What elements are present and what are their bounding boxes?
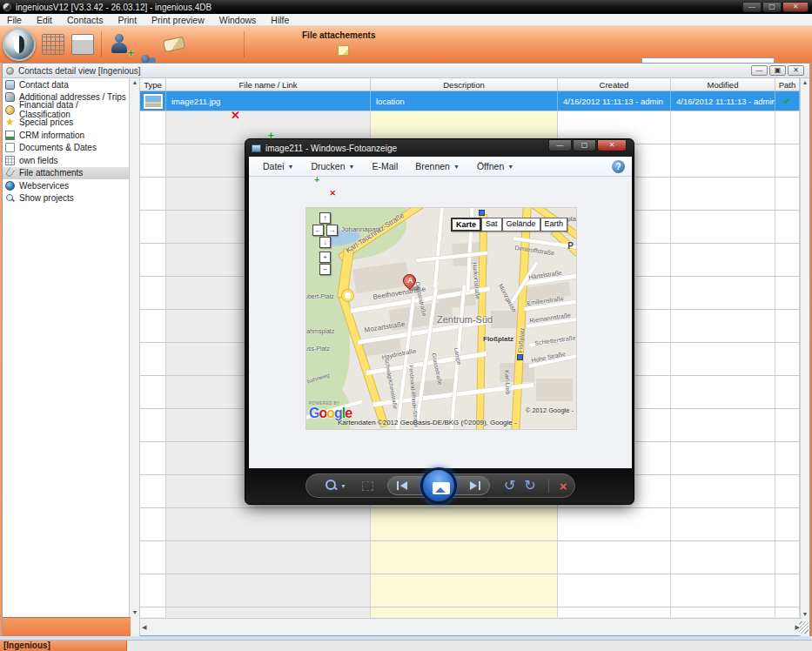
sidebar-item-show-projects[interactable]: Show projects [3,192,129,205]
rotate-ccw-icon[interactable]: ↺ [504,479,515,493]
table-row-empty[interactable] [140,508,800,541]
table-cell [671,244,775,276]
table-horizontal-scrollbar[interactable]: ◀ ▶ [140,618,802,635]
table-vertical-scrollbar[interactable]: ▲ ▼ [800,78,809,636]
viewer-titlebar: image211 - Windows-Fotoanzeige — ▢ ✕ [245,139,634,157]
viewer-maximize-button[interactable]: ▢ [573,139,596,151]
menu-item-print[interactable]: Print [117,15,137,25]
toolbar: + ✕ + File attachements + ✕ Apply filter… [0,26,812,63]
viewer-menu-datei[interactable]: Datei▼ [256,159,300,173]
child-close-button[interactable]: ✕ [788,65,804,76]
maximize-button[interactable]: ▢ [762,2,782,12]
menu-item-file[interactable]: File [7,15,22,25]
menu-item-hilfe[interactable]: Hilfe [271,15,289,25]
viewer-zoom-caret-icon[interactable]: ▼ [340,483,346,489]
pan-up-button[interactable]: ↑ [319,212,331,224]
viewer-content: A ↑ ← → ↓ + − pla KarteSatGeländeEarth P… [249,177,632,468]
resize-grip[interactable] [799,621,809,634]
street-label: rahmsplatz [306,328,334,334]
table-cell [166,508,371,540]
viewer-menu-öffnen[interactable]: Öffnen▼ [470,159,520,173]
sidebar-item-documents-dates[interactable]: Documents & Dates [3,142,129,155]
street-label: Mozartstraße [364,320,406,334]
fit-to-window-icon[interactable] [362,481,373,491]
zoom-out-button[interactable]: − [319,264,331,275]
table-row-empty[interactable] [140,541,800,574]
table-cell [166,607,371,617]
close-button[interactable]: ✕ [782,2,809,12]
pan-left-button[interactable]: ← [312,225,324,236]
table-view-icon[interactable] [42,34,64,55]
map-mode-button-sat[interactable]: Sat [481,218,502,232]
chevron-down-icon: ▼ [349,164,355,170]
viewer-menu-drucken[interactable]: Drucken▼ [304,159,361,173]
table-cell [671,211,775,243]
sidebar-scrollbar[interactable]: ▲ ▼ [131,78,140,636]
pan-down-button[interactable]: ↓ [319,237,331,248]
previous-image-button[interactable] [397,481,407,490]
sidebar-item-crm-information[interactable]: CRM information [3,129,129,142]
column-header-modified[interactable]: Modified [671,78,775,91]
child-restore-button[interactable]: ▣ [769,65,786,76]
viewer-zoom-icon[interactable] [325,480,338,492]
menu-item-edit[interactable]: Edit [37,15,52,25]
sidebar-item-webservices[interactable]: Webservices [3,179,129,192]
table-cell [671,574,775,607]
table-cell [671,111,775,144]
child-minimize-button[interactable]: — [751,65,768,76]
viewer-menu-e-mail[interactable]: E-Mail [366,159,406,173]
table-cell: ✔ [775,91,800,111]
app-logo-icon [3,3,11,11]
table-scroll-down-icon[interactable]: ▼ [801,610,809,619]
sidebar-item-financial-data-classification[interactable]: Financial data / Classification [3,104,129,117]
viewer-close-button[interactable]: ✕ [597,139,627,151]
help-icon[interactable]: ? [612,160,625,173]
table-row-empty[interactable] [140,607,800,617]
status-label: [Ingenious] [0,641,127,651]
sidebar-item-contact-data[interactable]: Contact data [3,78,129,91]
table-row-empty[interactable] [140,574,800,607]
table-cell [140,111,166,144]
table-cell [140,508,166,540]
slideshow-button[interactable] [420,467,457,504]
menu-item-print-preview[interactable]: Print preview [151,15,205,25]
sidebar-item-label: Webservices [19,181,69,191]
column-header-created[interactable]: Created [558,78,671,91]
pan-right-button[interactable]: → [326,225,338,236]
table-scroll-up-icon[interactable]: ▲ [801,78,809,87]
menu-item-contacts[interactable]: Contacts [67,15,103,25]
viewer-minimize-button[interactable]: — [548,139,572,151]
table-cell [671,508,775,540]
zoom-in-button[interactable]: + [319,252,331,263]
calendar-view-icon[interactable] [71,34,94,55]
menu-item-windows[interactable]: Windows [219,15,257,25]
next-image-button[interactable] [470,481,480,490]
map-mode-button-gelände[interactable]: Gelände [502,218,540,232]
table-cell [140,574,166,607]
sidebar-item-own-fields[interactable]: own fields [3,154,129,167]
table-cell [671,541,775,574]
sidebar-scroll-up-icon[interactable]: ▲ [131,78,139,87]
statusbar: [Ingenious] [0,640,812,651]
rotate-cw-icon[interactable]: ↻ [524,479,535,493]
table-cell [775,541,800,574]
table-scroll-left-icon[interactable]: ◀ [142,623,146,632]
map-mode-button-earth[interactable]: Earth [540,218,568,232]
eraser-icon[interactable] [163,37,185,53]
delete-image-button[interactable]: × [560,480,567,493]
sidebar-scroll-down-icon[interactable]: ▼ [131,608,139,617]
menubar: FileEditContactsPrintPrint previewWindow… [0,14,812,26]
attachment-note-icon[interactable] [338,45,349,56]
map-mode-button-karte[interactable]: Karte [451,218,481,232]
column-header-type[interactable]: Type [140,78,166,91]
viewer-menu-brennen[interactable]: Brennen▼ [408,159,466,173]
column-header-path[interactable]: Path [775,78,800,91]
table-cell [371,508,558,540]
sidebar-item-file-attachments[interactable]: File attachments [3,167,129,180]
add-contact-icon[interactable]: + [110,34,132,55]
minimize-button[interactable]: — [742,2,762,12]
ingenious-logo-button[interactable] [3,28,36,61]
column-header-description[interactable]: Description [371,78,558,91]
table-cell [775,409,800,441]
column-header-file-name-link[interactable]: File name / Link [166,78,371,91]
